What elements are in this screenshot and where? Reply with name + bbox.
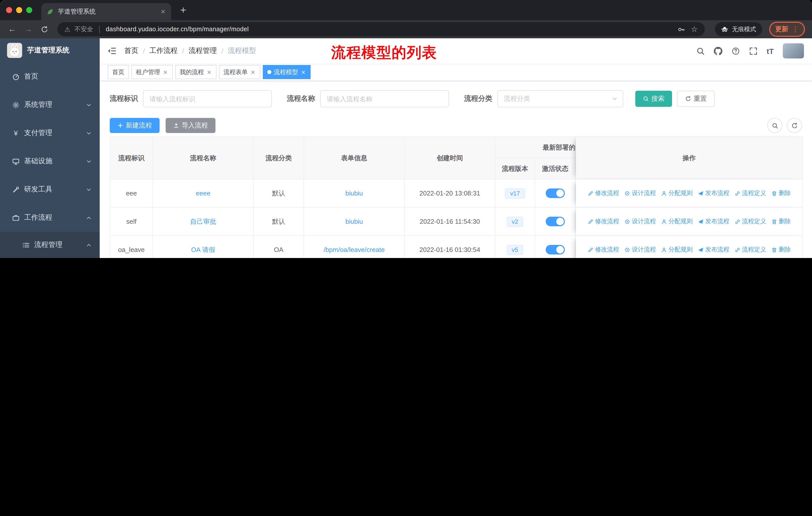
sidebar-item-devtools[interactable]: 研发工具 [0, 175, 100, 203]
op-modify-link[interactable]: 修改流程 [587, 245, 619, 254]
sidebar-item-workflow[interactable]: 工作流程 [0, 203, 100, 232]
sidebar-item-payment[interactable]: ¥ 支付管理 [0, 119, 100, 147]
sidebar-item-infrastructure[interactable]: 基础设施 [0, 147, 100, 175]
list-icon [22, 241, 30, 249]
breadcrumb-workflow[interactable]: 工作流程 [149, 46, 178, 55]
chevron-down-icon [86, 159, 92, 164]
app-title: 芋道管理系统 [27, 46, 69, 55]
search-button[interactable]: 搜索 [635, 91, 672, 107]
form-info-link[interactable]: biubiu [345, 218, 363, 225]
cell-created: 2022-01-16 01:30:54 [405, 236, 495, 258]
import-process-button[interactable]: 导入流程 [166, 118, 215, 133]
target-icon [624, 218, 630, 224]
form-info-link[interactable]: /bpm/oa/leave/create [324, 246, 385, 253]
filter-id-input[interactable] [143, 90, 272, 107]
op-delete-link[interactable]: 删除 [771, 245, 791, 254]
op-design-link[interactable]: 设计流程 [624, 217, 656, 226]
process-name-link[interactable]: 自己审批 [190, 217, 216, 226]
back-button[interactable]: ← [5, 22, 19, 36]
link-icon [734, 190, 741, 196]
new-tab-button[interactable] [176, 3, 190, 17]
filter-name-input[interactable] [320, 90, 449, 107]
op-delete-link[interactable]: 删除 [771, 189, 791, 197]
close-icon[interactable] [206, 69, 212, 75]
paper-plane-icon [698, 218, 704, 224]
tag-process-model[interactable]: 流程模型 [263, 65, 311, 79]
op-design-link[interactable]: 设计流程 [624, 245, 656, 254]
toggle-search-button[interactable] [767, 118, 782, 133]
password-key-icon[interactable] [677, 25, 685, 33]
app-navbar: 首页 / 工作流程 / 流程管理 / 流程模型 流程模型的列表 tT [100, 38, 812, 63]
close-icon[interactable] [163, 69, 168, 75]
chevron-down-icon [86, 102, 92, 108]
close-icon[interactable] [250, 69, 256, 75]
tag-my-process[interactable]: 我的流程 [175, 65, 216, 79]
search-icon[interactable] [696, 47, 705, 55]
font-size-icon[interactable]: tT [767, 47, 774, 55]
category-select[interactable]: 流程分类 [497, 90, 623, 107]
tab-close-icon[interactable] [160, 8, 166, 15]
sidebar-item-process-management[interactable]: 流程管理 [0, 232, 100, 258]
op-publish-link[interactable]: 发布流程 [698, 217, 729, 226]
process-name-link[interactable]: eeee [196, 189, 210, 197]
person-icon [661, 247, 667, 253]
close-icon[interactable] [300, 69, 306, 75]
process-model-table: 流程标识 流程名称 流程分类 表单信息 创建时间 最新部署的流程定义 流程版本 … [110, 137, 803, 258]
browser-tab[interactable]: 芋道管理系统 [41, 3, 171, 20]
op-modify-link[interactable]: 修改流程 [587, 217, 619, 226]
sidebar-item-home[interactable]: 首页 [0, 62, 100, 91]
close-window-button[interactable] [6, 7, 12, 13]
cell-form: biubiu [304, 208, 405, 236]
create-process-button[interactable]: 新建流程 [110, 118, 160, 133]
forward-button[interactable]: → [21, 22, 35, 36]
browser-update-button[interactable]: 更新 ⋮ [769, 22, 805, 37]
page-content: 流程标识 流程名称 流程分类 流程分类 [100, 81, 812, 258]
col-header-id: 流程标识 [110, 137, 153, 180]
zoom-window-button[interactable] [26, 7, 32, 13]
tag-tenant-management[interactable]: 租户管理 [132, 65, 173, 79]
op-design-link[interactable]: 设计流程 [624, 189, 656, 197]
op-definition-link[interactable]: 流程定义 [734, 245, 766, 254]
refresh-table-button[interactable] [787, 118, 802, 133]
table-header: 流程标识 流程名称 流程分类 表单信息 创建时间 最新部署的流程定义 流程版本 … [110, 137, 803, 180]
chevron-down-icon [86, 187, 92, 192]
reload-button[interactable] [37, 22, 51, 36]
url-text[interactable]: dashboard.yudao.iocoder.cn/bpm/manager/m… [106, 26, 249, 33]
op-assign-rule-link[interactable]: 分配规则 [661, 217, 693, 226]
op-definition-link[interactable]: 流程定义 [734, 189, 766, 197]
breadcrumb-process-management[interactable]: 流程管理 [189, 46, 217, 55]
reset-button[interactable]: 重置 [677, 91, 715, 107]
cell-name: 自己审批 [153, 208, 254, 236]
sidebar-toggle-button[interactable] [107, 46, 116, 55]
op-publish-link[interactable]: 发布流程 [698, 189, 729, 197]
form-info-link[interactable]: biubiu [345, 189, 363, 197]
active-toggle[interactable] [546, 188, 565, 198]
tag-process-form[interactable]: 流程表单 [219, 65, 260, 79]
process-name-link[interactable]: OA 请假 [191, 245, 215, 254]
breadcrumb-home[interactable]: 首页 [124, 46, 139, 55]
table-body: eee eeee 默认 biubiu 2022-01-20 13:08:31 v… [110, 180, 803, 258]
active-toggle[interactable] [546, 245, 565, 254]
address-bar[interactable]: ⚠ 不安全 dashboard.yudao.iocoder.cn/bpm/man… [57, 22, 705, 36]
github-icon[interactable] [714, 47, 722, 55]
op-modify-link[interactable]: 修改流程 [587, 189, 619, 197]
op-delete-link[interactable]: 删除 [771, 217, 791, 226]
tag-home[interactable]: 首页 [108, 65, 129, 79]
security-label[interactable]: 不安全 [74, 25, 93, 33]
user-avatar[interactable] [783, 43, 804, 58]
minimize-window-button[interactable] [16, 7, 22, 13]
bookmark-star-icon[interactable]: ☆ [691, 25, 698, 34]
version-badge: v17 [505, 188, 525, 198]
active-toggle[interactable] [546, 217, 565, 226]
sidebar-item-system[interactable]: 系统管理 [0, 91, 100, 119]
fullscreen-icon[interactable] [749, 47, 758, 55]
browser-menu-icon[interactable]: ⋮ [792, 25, 799, 33]
help-icon[interactable] [731, 47, 740, 55]
op-assign-rule-link[interactable]: 分配规则 [661, 245, 693, 254]
op-assign-rule-link[interactable]: 分配规则 [661, 189, 693, 197]
cell-name: eeee [153, 180, 254, 208]
op-definition-link[interactable]: 流程定义 [734, 217, 766, 226]
op-publish-link[interactable]: 发布流程 [698, 245, 729, 254]
active-dot [267, 70, 271, 74]
trash-icon [771, 218, 777, 224]
